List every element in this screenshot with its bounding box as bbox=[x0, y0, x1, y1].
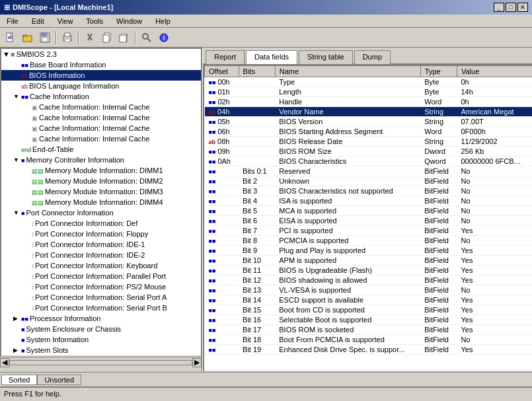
menu-file[interactable]: File bbox=[3, 16, 22, 26]
title-bar-controls[interactable]: _ □ ✕ bbox=[494, 3, 528, 12]
data-grid[interactable]: Offset Bits Name Type Value ■■00h Type B… bbox=[203, 65, 532, 372]
table-row[interactable]: ■■ Bit 2 Unknown BitField No bbox=[205, 176, 533, 186]
toolbar-cut[interactable] bbox=[82, 30, 98, 45]
toolbar-copy[interactable] bbox=[99, 30, 115, 45]
tree-item-cache-info[interactable]: ▼■■Cache Information bbox=[1, 91, 201, 102]
tree-item-bios-info[interactable]: abBIOS Information bbox=[1, 70, 201, 81]
table-row[interactable]: ■■ Bits 0:1 Reserved BitField No bbox=[205, 166, 533, 176]
table-row[interactable]: ■■02h Handle Word 0h bbox=[205, 97, 533, 107]
tree-panel[interactable]: ▼■SMBIOS 2.3■■Base Board InformationabBI… bbox=[0, 48, 202, 357]
tree-item-memory-ctrl[interactable]: ▼■Memory Controller Information bbox=[1, 155, 201, 165]
toolbar-new[interactable] bbox=[3, 30, 19, 45]
table-row[interactable]: ■■ Bit 4 ISA is supported BitField No bbox=[205, 196, 533, 206]
tree-hscroll-track[interactable] bbox=[9, 360, 192, 365]
item-label: BIOS Language Information bbox=[29, 82, 119, 90]
table-row[interactable]: ■■ Bit 11 BIOS is Upgradeable (Flash) Bi… bbox=[205, 266, 533, 275]
expand-icon[interactable]: ▼ bbox=[13, 209, 21, 216]
table-row[interactable]: ab04h Vendor Name String American Megat bbox=[205, 107, 533, 117]
table-row[interactable]: ■■0Ah BIOS Characteristics Qword 0000000… bbox=[205, 157, 533, 166]
table-row[interactable]: ■■ Bit 19 Enhanced Disk Drive Spec. is s… bbox=[205, 345, 533, 355]
minimize-button[interactable]: _ bbox=[494, 3, 504, 12]
cell-value: 00000000 6FCB… bbox=[457, 157, 532, 166]
tree-item-end-of-table[interactable]: endEnd-of-Table bbox=[1, 144, 201, 155]
sorted-tab[interactable]: Sorted bbox=[1, 375, 37, 385]
toolbar-find[interactable] bbox=[139, 30, 155, 45]
table-row[interactable]: ■■ Bit 18 Boot From PCMCIA is supported … bbox=[205, 335, 533, 345]
item-label: End-of-Table bbox=[32, 145, 73, 153]
close-button[interactable]: ✕ bbox=[517, 3, 528, 12]
menu-help[interactable]: Help bbox=[151, 16, 174, 26]
table-row[interactable]: ■■00h Type Byte 0h bbox=[205, 77, 533, 87]
tree-item-bios-lang[interactable]: abBIOS Language Information bbox=[1, 81, 201, 91]
cell-offset: ■■ bbox=[205, 226, 239, 236]
tree-item-cache-internal-3[interactable]: ▣Cache Information: Internal Cache bbox=[1, 123, 201, 133]
tree-item-port-floppy[interactable]: ⟟Port Connector Information: Floppy bbox=[1, 229, 201, 239]
tree-item-system-info[interactable]: ■System Information bbox=[1, 334, 201, 345]
table-row[interactable]: ■■09h BIOS ROM Size Dword 256 Kb bbox=[205, 147, 533, 157]
tree-scroll-left[interactable]: ◀ bbox=[0, 358, 9, 367]
toolbar-open[interactable] bbox=[20, 30, 36, 45]
tab-string-table[interactable]: String table bbox=[299, 50, 353, 64]
table-row[interactable]: ■■05h BIOS Version String 07.00T bbox=[205, 117, 533, 127]
tree-item-processor[interactable]: ▶■■Processor Information bbox=[1, 313, 201, 324]
tree-item-port-serial-a[interactable]: ⟟Port Connector Information: Serial Port… bbox=[1, 292, 201, 303]
tree-item-port-keyboard[interactable]: ⟟Port Connector Information: Keyboard bbox=[1, 260, 201, 271]
table-row[interactable]: ab08h BIOS Release Date String 11/29/200… bbox=[205, 137, 533, 147]
tree-hscroll[interactable]: ◀ ▶ bbox=[0, 357, 202, 367]
table-row[interactable]: ■■01h Length Byte 14h bbox=[205, 87, 533, 97]
table-row[interactable]: ■■ Bit 6 EISA is supported BitField No bbox=[205, 216, 533, 226]
tree-item-dimm2[interactable]: ▤▤Memory Module Information: DIMM2 bbox=[1, 176, 201, 186]
tree-item-port-def[interactable]: ⟟Port Connector Information: Def bbox=[1, 218, 201, 229]
expand-icon[interactable]: ▼ bbox=[13, 157, 21, 163]
table-row[interactable]: ■■ Bit 9 Plug and Play is supported BitF… bbox=[205, 246, 533, 256]
toolbar-save[interactable] bbox=[37, 30, 53, 45]
toolbar-info[interactable]: i bbox=[156, 30, 172, 45]
tab-data-fields[interactable]: Data fields bbox=[246, 50, 297, 64]
table-row[interactable]: ■■ Bit 14 ESCD support is available BitF… bbox=[205, 295, 533, 305]
tree-item-dimm1[interactable]: ▤▤Memory Module Information: DIMM1 bbox=[1, 165, 201, 176]
tree-root[interactable]: ▼■SMBIOS 2.3 bbox=[1, 49, 201, 59]
table-row[interactable]: ■■ Bit 12 BIOS shadowing is allowed BitF… bbox=[205, 275, 533, 285]
unsorted-tab[interactable]: Unsorted bbox=[37, 375, 81, 385]
tree-item-base-board[interactable]: ■■Base Board Information bbox=[1, 59, 201, 70]
tree-item-system-enclosure[interactable]: ■System Enclosure or Chassis bbox=[1, 324, 201, 334]
tree-item-port-ide2[interactable]: ⟟Port Connector Information: IDE-2 bbox=[1, 250, 201, 260]
tree-item-port-ide1[interactable]: ⟟Port Connector Information: IDE-1 bbox=[1, 239, 201, 250]
tree-item-cache-internal-1[interactable]: ▣Cache Information: Internal Cache bbox=[1, 102, 201, 112]
tree-item-system-slots[interactable]: ▶■System Slots bbox=[1, 345, 201, 355]
table-row[interactable]: ■■ Bit 17 BIOS ROM is socketed BitField … bbox=[205, 325, 533, 335]
menu-tools[interactable]: Tools bbox=[82, 16, 107, 26]
menu-edit[interactable]: Edit bbox=[28, 16, 48, 26]
tree-item-port-serial-b[interactable]: ⟟Port Connector Information: Serial Port… bbox=[1, 303, 201, 313]
menu-window[interactable]: Window bbox=[112, 16, 146, 26]
tab-dump[interactable]: Dump bbox=[354, 50, 391, 64]
tree-item-port-ps2[interactable]: ⟟Port Connector Information: PS/2 Mouse bbox=[1, 281, 201, 292]
item-label: Port Connector Information bbox=[26, 209, 113, 217]
toolbar-paste[interactable] bbox=[116, 30, 132, 45]
expand-icon[interactable]: ▶ bbox=[13, 315, 21, 322]
table-row[interactable]: ■■ Bit 10 APM is supported BitField Yes bbox=[205, 256, 533, 266]
tree-item-dimm3[interactable]: ▤▤Memory Module Information: DIMM3 bbox=[1, 186, 201, 197]
table-row[interactable]: ■■ Bit 7 PCI is supported BitField Yes bbox=[205, 226, 533, 236]
tree-item-cache-internal-2[interactable]: ▣Cache Information: Internal Cache bbox=[1, 112, 201, 123]
maximize-button[interactable]: □ bbox=[506, 3, 516, 12]
tree-scroll-right[interactable]: ▶ bbox=[192, 358, 202, 367]
table-header: Offset Bits Name Type Value bbox=[205, 66, 533, 77]
menu-view[interactable]: View bbox=[54, 16, 77, 26]
toolbar-print[interactable] bbox=[59, 30, 75, 45]
cell-type: Dword bbox=[420, 147, 457, 157]
table-row[interactable]: ■■ Bit 15 Boot from CD is supported BitF… bbox=[205, 305, 533, 315]
table-row[interactable]: ■■ Bit 13 VL-VESA is supported BitField … bbox=[205, 285, 533, 295]
table-row[interactable]: ■■06h BIOS Starting Address Segment Word… bbox=[205, 127, 533, 137]
table-row[interactable]: ■■ Bit 5 MCA is supported BitField No bbox=[205, 206, 533, 216]
tree-item-port-parallel[interactable]: ⟟Port Connector Information: Parallel Po… bbox=[1, 271, 201, 281]
table-row[interactable]: ■■ Bit 8 PCMCIA is supported BitField No bbox=[205, 236, 533, 246]
table-row[interactable]: ■■ Bit 16 Selectable Boot is supported B… bbox=[205, 315, 533, 325]
tab-report[interactable]: Report bbox=[206, 50, 245, 64]
tree-item-port-connector[interactable]: ▼■Port Connector Information bbox=[1, 207, 201, 218]
expand-icon[interactable]: ▶ bbox=[13, 347, 21, 353]
table-row[interactable]: ■■ Bit 3 BIOS Characteristics not suppor… bbox=[205, 186, 533, 196]
expand-icon[interactable]: ▼ bbox=[13, 93, 21, 100]
tree-item-dimm4[interactable]: ▤▤Memory Module Information: DIMM4 bbox=[1, 197, 201, 207]
tree-item-cache-internal-4[interactable]: ▣Cache Information: Internal Cache bbox=[1, 133, 201, 144]
